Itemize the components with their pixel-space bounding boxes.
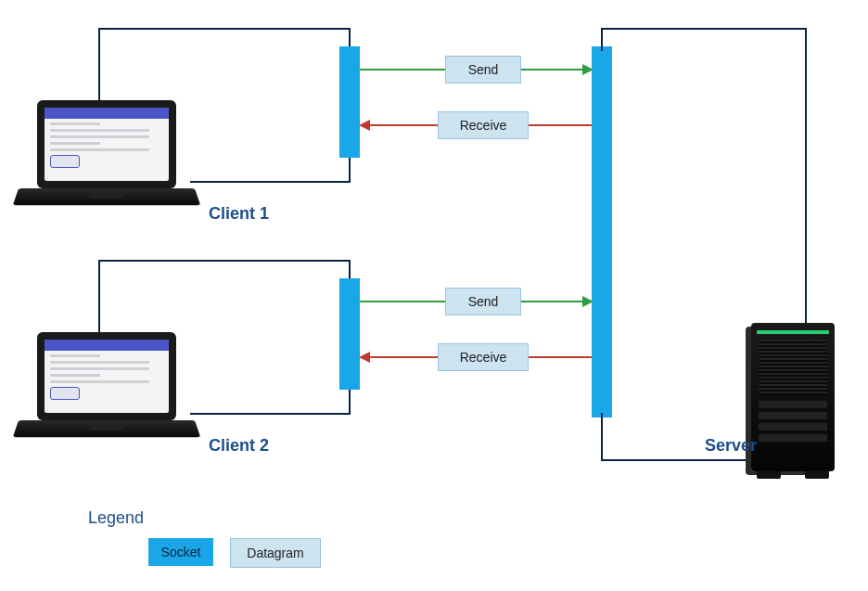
server-connector-right-vertical [805,28,807,325]
legend-title: Legend [88,508,144,528]
client1-receive-arrowhead [359,120,370,131]
legend-datagram-swatch: Datagram [230,538,321,568]
client2-send-arrowhead [582,296,594,307]
legend-datagram-text: Datagram [247,546,303,560]
client1-socket [339,46,360,158]
client1-connector-bottom [190,181,351,183]
client1-send-arrowhead [582,64,594,75]
server-connector-top-left-vertical [601,28,603,51]
client2-laptop [19,332,195,453]
client2-connector-top [98,260,351,262]
server-connector-top [601,28,807,30]
client2-send-label-box: Send [445,288,521,315]
client2-connector-bottom [190,413,351,415]
client1-send-text: Send [468,62,499,77]
server-socket [592,46,612,418]
legend-socket-text: Socket [161,545,201,559]
client2-receive-arrowhead [359,352,370,363]
server-label: Server [705,436,757,456]
server-tower [751,323,844,481]
client2-receive-text: Receive [460,350,507,365]
server-connector-socket-down [601,413,603,459]
client1-label: Client 1 [209,204,269,224]
legend-socket-swatch: Socket [148,538,213,566]
client2-socket [339,278,360,390]
client1-laptop [19,100,195,221]
server-connector-bottom [601,459,754,461]
client2-receive-label-box: Receive [438,343,529,371]
client1-receive-label-box: Receive [438,111,529,139]
client2-label: Client 2 [209,436,269,456]
client2-send-text: Send [468,294,499,309]
client1-send-label-box: Send [445,56,521,84]
client1-receive-text: Receive [460,118,507,133]
client1-connector-top [98,28,351,30]
